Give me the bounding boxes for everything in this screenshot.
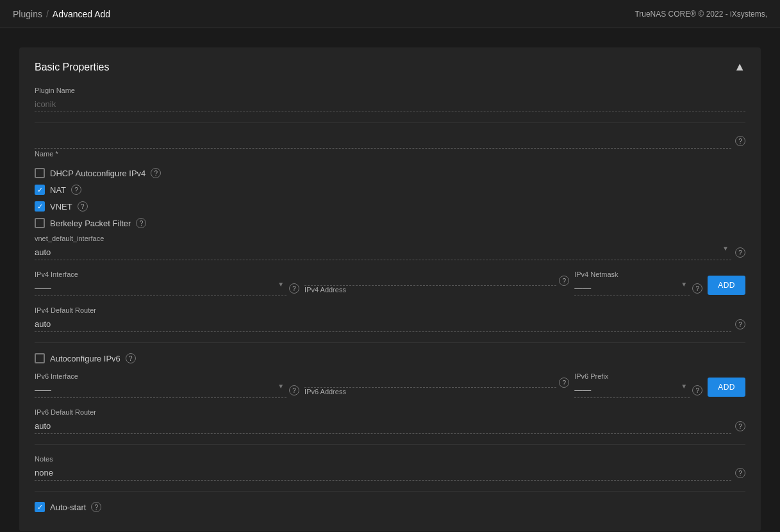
- autoconfigure-ipv6-row: Autoconfigure IPv6 ?: [35, 353, 745, 363]
- ipv4-interface-label: IPv4 Interface: [35, 270, 299, 278]
- basic-properties-card: Basic Properties ▲ Plugin Name ? Name * …: [19, 47, 761, 531]
- divider-2: [35, 342, 745, 343]
- vnet-default-interface-field: vnet_default_interface auto ▼ ?: [35, 235, 745, 260]
- ipv6-interface-select-block: —— ▼: [35, 383, 286, 398]
- ipv6-default-router-help-icon[interactable]: ?: [735, 421, 745, 431]
- ipv4-default-router-input[interactable]: [35, 317, 731, 332]
- ipv4-netmask-help-icon[interactable]: ?: [692, 283, 702, 294]
- ipv6-prefix-help-icon[interactable]: ?: [692, 385, 702, 395]
- ipv6-prefix-select[interactable]: ——: [574, 383, 690, 398]
- vnet-default-interface-help-icon[interactable]: ?: [735, 247, 745, 258]
- vnet-default-interface-select[interactable]: auto: [35, 245, 731, 260]
- ipv4-address-field: ? IPv4 Address: [304, 270, 569, 296]
- nat-checkbox[interactable]: [35, 185, 45, 195]
- vnet-default-interface-row: auto ▼ ?: [35, 245, 745, 260]
- ipv6-prefix-row: —— ▼ ?: [574, 383, 702, 398]
- breadcrumb-parent[interactable]: Plugins: [13, 9, 42, 19]
- berkeley-help-icon[interactable]: ?: [136, 218, 146, 228]
- autostart-checkbox[interactable]: [35, 502, 45, 512]
- notes-input[interactable]: [35, 465, 731, 481]
- notes-label: Notes: [35, 455, 745, 463]
- ipv4-add-button[interactable]: ADD: [708, 276, 745, 295]
- autostart-label: Auto-start: [50, 503, 86, 512]
- breadcrumb-current: Advanced Add: [53, 9, 110, 19]
- notes-field: Notes ?: [35, 455, 745, 481]
- autostart-help-icon[interactable]: ?: [91, 502, 101, 512]
- ipv4-interface-row: —— ▼ ?: [35, 281, 299, 296]
- main-content: Basic Properties ▲ Plugin Name ? Name * …: [0, 28, 780, 532]
- ipv4-default-router-field: IPv4 Default Router ?: [35, 306, 745, 332]
- ipv6-address-field: ? IPv6 Address: [304, 372, 569, 398]
- plugin-name-label: Plugin Name: [35, 87, 745, 94]
- ipv6-interface-field: IPv6 Interface —— ▼ ?: [35, 372, 299, 398]
- ipv6-row: IPv6 Interface —— ▼ ? ? IPv6: [35, 372, 745, 398]
- ipv6-interface-row: —— ▼ ?: [35, 383, 299, 398]
- ipv4-netmask-row: —— ▼ ?: [574, 281, 702, 296]
- berkeley-label: Berkeley Packet Filter: [50, 219, 131, 228]
- ipv6-default-router-input[interactable]: [35, 419, 731, 434]
- name-help-icon[interactable]: ?: [735, 136, 745, 146]
- dhcp-row: DHCP Autoconfigure IPv4 ?: [35, 168, 745, 178]
- ipv4-interface-help-icon[interactable]: ?: [289, 283, 299, 294]
- berkeley-row: Berkeley Packet Filter ?: [35, 218, 745, 228]
- autostart-row: Auto-start ?: [35, 502, 745, 512]
- ipv6-default-router-row: ?: [35, 419, 745, 434]
- vnet-row: VNET ?: [35, 201, 745, 212]
- breadcrumb-separator: /: [46, 9, 49, 19]
- ipv6-address-row: ?: [304, 372, 569, 388]
- ipv6-prefix-label: IPv6 Prefix: [574, 372, 702, 380]
- notes-help-icon[interactable]: ?: [735, 468, 745, 478]
- nat-label: NAT: [50, 185, 66, 195]
- ipv6-interface-label: IPv6 Interface: [35, 372, 299, 380]
- ipv6-interface-select[interactable]: ——: [35, 383, 286, 398]
- ipv6-default-router-field: IPv6 Default Router ?: [35, 408, 745, 434]
- dhcp-help-icon[interactable]: ?: [151, 168, 161, 178]
- ipv6-address-label: IPv6 Address: [304, 388, 569, 395]
- name-input[interactable]: [35, 133, 731, 149]
- ipv4-default-router-row: ?: [35, 317, 745, 332]
- ipv4-netmask-select[interactable]: ——: [574, 281, 690, 296]
- ipv4-interface-select-block: —— ▼: [35, 281, 286, 296]
- ipv6-add-button[interactable]: ADD: [708, 378, 745, 397]
- dhcp-checkbox[interactable]: [35, 168, 45, 178]
- name-field: ? Name *: [35, 133, 745, 158]
- notes-row: ?: [35, 465, 745, 481]
- ipv4-row: IPv4 Interface —— ▼ ? ? IPv4: [35, 270, 745, 296]
- autoconfigure-ipv6-help-icon[interactable]: ?: [126, 353, 136, 363]
- ipv4-default-router-label: IPv4 Default Router: [35, 306, 745, 314]
- breadcrumb: Plugins / Advanced Add: [13, 9, 110, 19]
- divider-4: [35, 491, 745, 492]
- vnet-help-icon[interactable]: ?: [78, 201, 88, 212]
- card-title: Basic Properties: [35, 62, 110, 73]
- card-header: Basic Properties ▲: [35, 60, 745, 74]
- vnet-default-interface-label: vnet_default_interface: [35, 235, 745, 242]
- brand-text: TrueNAS CORE® © 2022 - iXsystems,: [635, 10, 767, 19]
- ipv4-address-row: ?: [304, 270, 569, 286]
- ipv4-address-input[interactable]: [304, 270, 556, 286]
- divider-1: [35, 122, 745, 123]
- nat-help-icon[interactable]: ?: [71, 185, 81, 195]
- dhcp-label: DHCP Autoconfigure IPv4: [50, 169, 145, 178]
- ipv4-interface-select[interactable]: ——: [35, 281, 286, 296]
- ipv6-interface-help-icon[interactable]: ?: [289, 385, 299, 395]
- ipv6-address-input[interactable]: [304, 372, 556, 388]
- vnet-checkbox[interactable]: [35, 201, 45, 212]
- plugin-name-field: Plugin Name: [35, 87, 745, 112]
- ipv6-default-router-label: IPv6 Default Router: [35, 408, 745, 416]
- ipv4-default-router-help-icon[interactable]: ?: [735, 319, 745, 329]
- plugin-name-input[interactable]: [35, 97, 745, 112]
- ipv4-address-help-icon[interactable]: ?: [559, 276, 569, 286]
- berkeley-checkbox[interactable]: [35, 218, 45, 228]
- ipv6-address-help-icon[interactable]: ?: [559, 378, 569, 388]
- autoconfigure-ipv6-checkbox[interactable]: [35, 353, 45, 363]
- nat-row: NAT ?: [35, 185, 745, 195]
- ipv4-netmask-select-block: —— ▼: [574, 281, 690, 296]
- name-field-row: ?: [35, 133, 745, 149]
- collapse-icon[interactable]: ▲: [734, 60, 745, 74]
- ipv4-netmask-field: IPv4 Netmask —— ▼ ?: [574, 270, 702, 296]
- ipv4-address-label: IPv4 Address: [304, 286, 569, 294]
- ipv6-prefix-field: IPv6 Prefix —— ▼ ?: [574, 372, 702, 398]
- ipv6-prefix-select-block: —— ▼: [574, 383, 690, 398]
- autoconfigure-ipv6-label: Autoconfigure IPv6: [50, 354, 120, 363]
- ipv4-interface-field: IPv4 Interface —— ▼ ?: [35, 270, 299, 296]
